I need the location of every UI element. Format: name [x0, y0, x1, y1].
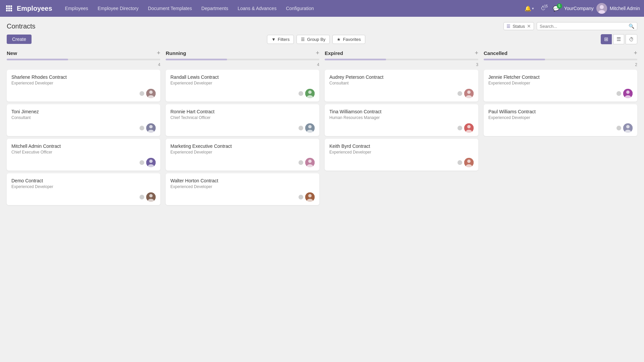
- chat-badge-button[interactable]: 💬 5: [551, 4, 561, 13]
- svg-rect-3: [6, 8, 8, 9]
- nav-document-templates[interactable]: Document Templates: [143, 0, 197, 17]
- kanban-card[interactable]: Toni Jimenez Consultant: [7, 104, 160, 136]
- bell-icon: 🔔: [525, 5, 531, 12]
- card-status-dot: [299, 160, 303, 165]
- nav-employees[interactable]: Employees: [60, 0, 93, 17]
- kanban-card[interactable]: Walter Horton Contract Experienced Devel…: [166, 173, 319, 205]
- card-avatar: [464, 158, 474, 167]
- kanban-card[interactable]: Ronnie Hart Contract Chief Technical Off…: [166, 104, 319, 136]
- col-header-expired: Expired +: [325, 50, 478, 57]
- nav-employee-directory[interactable]: Employee Directory: [93, 0, 143, 17]
- card-subtitle: Experienced Developer: [11, 81, 156, 85]
- kanban-col-running: Running + 4 Randall Lewis Contract Exper…: [166, 50, 319, 205]
- card-subtitle: Human Resources Manager: [329, 115, 474, 120]
- card-subtitle: Experienced Developer: [488, 81, 633, 85]
- col-progress-fill-new: [7, 59, 68, 60]
- card-status-dot: [616, 91, 621, 96]
- status-filter-tag[interactable]: ☰ Status ✕: [503, 22, 534, 30]
- svg-rect-5: [10, 8, 12, 9]
- col-count-new: 4: [7, 62, 160, 67]
- col-count-cancelled: 2: [484, 62, 637, 67]
- card-subtitle: Experienced Developer: [11, 184, 156, 189]
- kanban-card[interactable]: Audrey Peterson Contract Consultant: [325, 70, 478, 102]
- list-view-button[interactable]: ☰: [613, 34, 624, 44]
- nav-departments[interactable]: Departments: [197, 0, 233, 17]
- kanban-cards-expired: Audrey Peterson Contract Consultant Tina…: [325, 70, 478, 171]
- nav-configuration[interactable]: Configuration: [281, 0, 318, 17]
- col-progress-fill-expired: [325, 59, 386, 60]
- card-footer: [11, 123, 156, 133]
- card-status-dot: [140, 195, 144, 199]
- svg-point-10: [600, 5, 604, 9]
- kanban-card[interactable]: Keith Byrd Contract Experienced Develope…: [325, 139, 478, 171]
- col-add-button-expired[interactable]: +: [475, 50, 478, 57]
- card-status-dot: [458, 91, 462, 96]
- svg-rect-8: [10, 10, 12, 11]
- card-avatar: [305, 158, 315, 167]
- groupby-label: Group By: [307, 37, 325, 42]
- page-title: Contracts: [7, 22, 36, 30]
- kanban-card[interactable]: Randall Lewis Contract Experienced Devel…: [166, 70, 319, 102]
- filters-button[interactable]: ▼ Filters: [267, 35, 294, 44]
- svg-point-34: [308, 194, 312, 197]
- apps-menu-icon[interactable]: [4, 3, 14, 13]
- card-title: Walter Horton Contract: [170, 178, 315, 183]
- col-title-running: Running: [166, 50, 186, 56]
- card-avatar: [146, 123, 156, 133]
- card-footer: [170, 192, 315, 202]
- col-progress-bar-expired: [325, 59, 478, 60]
- search-input-wrap: 🔍: [537, 22, 637, 30]
- kanban-card[interactable]: Tina Williamson Contract Human Resources…: [325, 104, 478, 136]
- clock-badge-button[interactable]: ⏱ 15: [539, 4, 548, 13]
- svg-point-31: [308, 160, 312, 163]
- col-add-button-new[interactable]: +: [157, 50, 160, 57]
- card-status-dot: [299, 126, 303, 130]
- card-status-dot: [140, 160, 144, 165]
- col-add-button-cancelled[interactable]: +: [634, 50, 637, 57]
- user-avatar[interactable]: [596, 3, 607, 14]
- main-content: Contracts ☰ Status ✕ 🔍 Create ▼ Filters …: [0, 17, 644, 362]
- card-avatar: [464, 89, 474, 98]
- card-subtitle: Experienced Developer: [329, 150, 474, 155]
- search-input[interactable]: [540, 24, 627, 29]
- kanban-card[interactable]: Demo Contract Experienced Developer: [7, 173, 160, 205]
- svg-point-40: [467, 125, 471, 128]
- notification-bell-button[interactable]: 🔔 ▾: [523, 4, 536, 13]
- kanban-card[interactable]: Sharlene Rhodes Contract Experienced Dev…: [7, 70, 160, 102]
- col-add-button-running[interactable]: +: [316, 50, 319, 57]
- col-title-expired: Expired: [325, 50, 343, 56]
- favorites-button[interactable]: ★ Favorites: [332, 35, 365, 44]
- card-title: Marketing Executive Contract: [170, 143, 315, 149]
- card-footer: [11, 89, 156, 98]
- card-subtitle: Experienced Developer: [170, 184, 315, 189]
- group-by-button[interactable]: ☰ Group By: [297, 35, 330, 44]
- filter-tag-close-button[interactable]: ✕: [527, 23, 531, 29]
- svg-point-28: [308, 125, 312, 128]
- page-header: Contracts ☰ Status ✕ 🔍: [7, 22, 637, 30]
- create-button[interactable]: Create: [7, 35, 32, 44]
- kanban-board: New + 4 Sharlene Rhodes Contract Experie…: [7, 50, 637, 205]
- filter-tag-label: Status: [513, 24, 525, 29]
- toolbar-left: Create: [7, 35, 32, 44]
- kanban-card[interactable]: Paul Williams Contract Experienced Devel…: [484, 104, 637, 136]
- card-avatar: [146, 158, 156, 167]
- card-subtitle: Consultant: [11, 115, 156, 120]
- kanban-view-button[interactable]: ⊞: [601, 34, 612, 44]
- kanban-cards-running: Randall Lewis Contract Experienced Devel…: [166, 70, 319, 205]
- card-footer: [170, 89, 315, 98]
- kanban-card[interactable]: Jennie Fletcher Contract Experienced Dev…: [484, 70, 637, 102]
- kanban-card[interactable]: Marketing Executive Contract Experienced…: [166, 139, 319, 171]
- card-avatar: [305, 192, 315, 202]
- search-icon[interactable]: 🔍: [629, 23, 634, 29]
- card-status-dot: [299, 91, 303, 96]
- card-subtitle: Chief Technical Officer: [170, 115, 315, 120]
- activity-view-button[interactable]: ⏱: [626, 34, 637, 44]
- filter-list-icon: ☰: [506, 24, 511, 29]
- card-subtitle: Experienced Developer: [170, 150, 315, 155]
- view-switcher: ⊞ ☰ ⏱: [601, 34, 637, 44]
- card-avatar: [305, 123, 315, 133]
- app-brand[interactable]: Employees: [17, 5, 52, 12]
- kanban-card[interactable]: Mitchell Admin Contract Chief Executive …: [7, 139, 160, 171]
- nav-loans-advances[interactable]: Loans & Advances: [233, 0, 281, 17]
- card-avatar: [623, 123, 633, 133]
